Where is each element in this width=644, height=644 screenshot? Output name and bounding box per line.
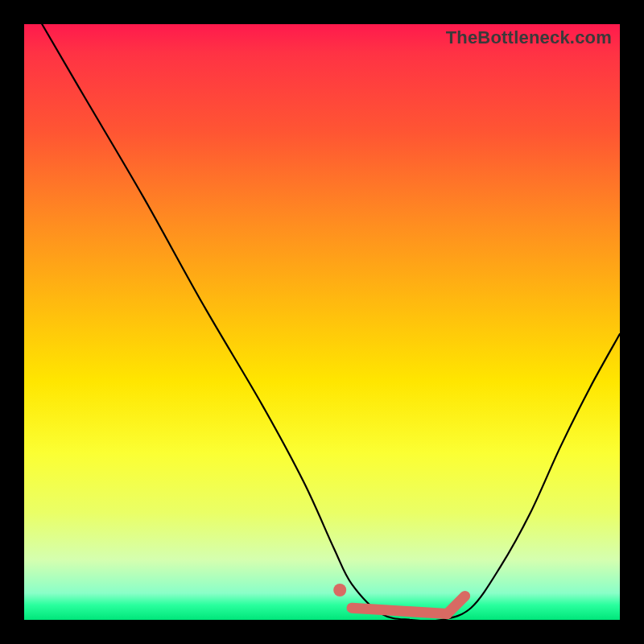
highlight-group xyxy=(333,584,464,614)
highlight-rise-segment xyxy=(447,596,464,613)
highlight-flat-segment xyxy=(352,608,447,613)
highlight-dot xyxy=(333,584,346,597)
chart-frame: TheBottleneck.com xyxy=(0,0,644,644)
bottleneck-curve-path xyxy=(42,24,620,621)
curve-line xyxy=(42,24,620,621)
chart-svg xyxy=(24,24,620,620)
plot-area: TheBottleneck.com xyxy=(24,24,620,620)
